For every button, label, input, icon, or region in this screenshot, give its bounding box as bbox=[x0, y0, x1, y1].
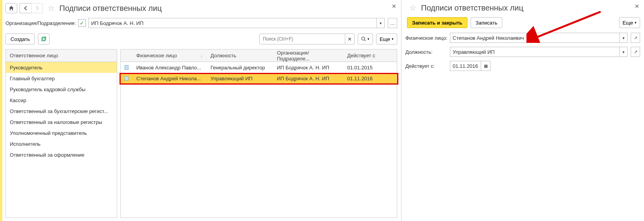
save-button[interactable]: Записать bbox=[471, 17, 503, 28]
table-row[interactable]: Иванов Александр Павло... Генеральный ди… bbox=[121, 62, 397, 73]
list-item[interactable]: Ответственный за налоговые регистры bbox=[6, 117, 117, 127]
col-org[interactable]: Организация/Подразделе... bbox=[273, 50, 343, 62]
responsible-list: Ответственное лицо Руководитель Главный … bbox=[5, 49, 117, 218]
search-clear-button[interactable]: ✕ bbox=[345, 34, 355, 44]
search-dropdown-button[interactable]: ▾ bbox=[358, 34, 373, 44]
save-close-button[interactable]: Записать и закрыть bbox=[407, 17, 467, 28]
search-input[interactable] bbox=[259, 34, 345, 44]
position-open-button[interactable]: ↗ bbox=[631, 47, 640, 57]
close-icon[interactable]: ✕ bbox=[392, 3, 396, 9]
org-input[interactable]: ИП Бодрячок А. Н. ИП bbox=[88, 18, 377, 28]
person-dropdown-button[interactable]: ▾ bbox=[620, 33, 628, 43]
list-item[interactable]: Кассир bbox=[6, 95, 117, 106]
star-icon[interactable]: ☆ bbox=[409, 3, 416, 12]
record-icon bbox=[125, 65, 128, 70]
create-button[interactable]: Создать bbox=[5, 34, 35, 44]
table-row[interactable]: Степанов Андрей Никола... Управляющий ИП… bbox=[121, 73, 397, 84]
position-label: Должность: bbox=[405, 49, 448, 55]
svg-rect-0 bbox=[42, 38, 45, 41]
list-item[interactable]: Ответственный за бухгалтерские регист... bbox=[6, 106, 117, 117]
svg-point-2 bbox=[45, 37, 46, 39]
svg-line-4 bbox=[364, 40, 366, 41]
org-more-button[interactable]: … bbox=[388, 18, 397, 28]
person-open-button[interactable]: ↗ bbox=[631, 33, 640, 43]
list-header: Ответственное лицо bbox=[6, 53, 62, 58]
star-icon[interactable]: ☆ bbox=[48, 4, 55, 13]
back-button[interactable] bbox=[20, 3, 31, 13]
list-item[interactable]: Главный бухгалтер bbox=[6, 73, 117, 84]
list-item[interactable]: Руководитель кадровой службы bbox=[6, 84, 117, 95]
list-item[interactable]: Исполнитель bbox=[6, 138, 117, 149]
person-label: Физическое лицо: bbox=[405, 35, 448, 41]
forward-button[interactable] bbox=[31, 3, 43, 13]
copy-button[interactable] bbox=[38, 34, 50, 44]
person-input[interactable]: Степанов Андрей Николаевич bbox=[450, 33, 620, 43]
position-dropdown-button[interactable]: ▾ bbox=[620, 47, 628, 57]
more-button[interactable]: Еще ▾ bbox=[376, 34, 397, 44]
col-person[interactable]: Физическое лицо↓ bbox=[132, 53, 207, 58]
more-button[interactable]: Еще ▾ bbox=[619, 17, 640, 28]
list-item[interactable]: Ответственный за оформление bbox=[6, 149, 117, 160]
org-checkbox[interactable]: ✓ bbox=[78, 19, 86, 27]
close-icon[interactable]: ✕ bbox=[635, 3, 639, 9]
persons-table: Физическое лицо↓ Должность Организация/П… bbox=[120, 49, 397, 218]
svg-point-3 bbox=[362, 37, 365, 40]
date-label: Действует с: bbox=[405, 63, 448, 69]
calendar-button[interactable]: ▦ bbox=[481, 61, 491, 71]
list-item[interactable]: Руководитель bbox=[6, 62, 117, 73]
home-button[interactable] bbox=[5, 3, 17, 13]
page-title: Подписи ответственных лиц bbox=[421, 4, 523, 12]
col-date[interactable]: Действует с bbox=[343, 53, 386, 58]
position-input[interactable]: Управляющий ИП bbox=[450, 47, 620, 57]
date-input[interactable]: 01.11.2016 bbox=[450, 61, 481, 71]
page-title: Подписи ответственных лиц bbox=[59, 4, 162, 13]
org-label: Организация/Подразделение: bbox=[5, 20, 76, 26]
list-item[interactable]: Уполномоченный представитель bbox=[6, 127, 117, 138]
org-dropdown-button[interactable]: ▾ bbox=[377, 18, 385, 28]
record-icon bbox=[125, 76, 128, 81]
col-position[interactable]: Должность bbox=[207, 53, 273, 58]
